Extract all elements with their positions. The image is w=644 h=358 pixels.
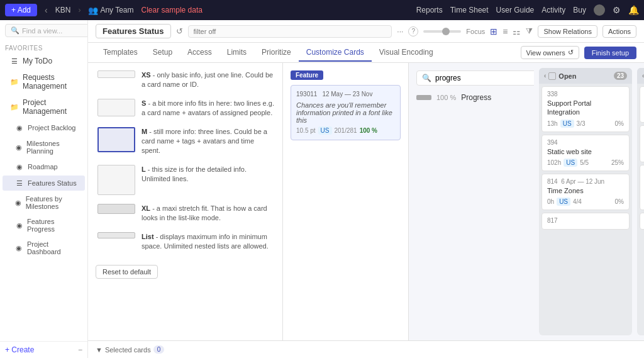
view-options-icon[interactable]: ⚏ xyxy=(513,26,521,36)
sidebar-item-featuresmilestones[interactable]: ◉ Features by Milestones xyxy=(3,192,85,213)
col-count: 23 xyxy=(614,72,627,80)
sidebar-item-requests[interactable]: 📁 Requests Management xyxy=(3,70,85,94)
search-box[interactable]: 🔍 ✕ xyxy=(416,70,534,86)
view-grid-icon[interactable]: ⊞ xyxy=(490,26,497,36)
progress-pct-label: 100 % xyxy=(436,94,456,101)
col-checkbox[interactable] xyxy=(548,72,556,80)
size-xs-desc: XS - only basic info, just one line. Cou… xyxy=(142,70,275,90)
kanban-card[interactable]: 840 26 Jun — 10 May xyxy=(640,213,644,230)
selected-cards-label: Selected cards xyxy=(105,346,151,354)
activity-link[interactable]: Activity xyxy=(541,6,565,14)
featuresstatus-label: Features Status xyxy=(28,179,77,187)
size-m-desc: M - still more info: three lines. Could … xyxy=(142,127,275,156)
userguide-link[interactable]: User Guide xyxy=(496,6,535,14)
card-pct: 25% xyxy=(611,159,624,166)
sidebar-item-projectmgmt[interactable]: 📁 Project Management xyxy=(3,95,85,119)
buy-link[interactable]: Buy xyxy=(573,6,586,14)
col-cards-planned: 384Web Site prototype 105h US 4/8 95% 45… xyxy=(637,84,644,335)
help-icon[interactable]: ? xyxy=(408,26,418,36)
board-column-open: ‹ Open 23 338Support Portal Integration … xyxy=(539,68,632,335)
nav-back-arrow[interactable]: ‹ xyxy=(45,5,48,15)
size-option-s[interactable]: S - a bit more info fits in here: two li… xyxy=(96,99,275,118)
tab-prioritize[interactable]: Prioritize xyxy=(254,44,299,62)
kanban-card[interactable]: 814 6 Apr — 12 JunTime Zones 0h US 4/4 0… xyxy=(541,174,630,210)
timesheet-link[interactable]: Time Sheet xyxy=(450,6,489,14)
sidebar-item-roadmap[interactable]: ◉ Roadmap xyxy=(3,159,85,174)
card-us-badge: US xyxy=(557,198,570,206)
card-preview-panel: Feature 193011 12 May — 23 Nov Chances a… xyxy=(283,63,409,340)
kanban-card[interactable]: 338Support Portal Integration 13h US 3/3… xyxy=(541,86,630,132)
refresh-icon[interactable]: ↺ xyxy=(176,26,183,36)
filter-input[interactable] xyxy=(188,25,392,38)
preview-pct: 100 % xyxy=(360,127,377,134)
tab-access[interactable]: Access xyxy=(180,44,219,62)
col-header-planned: ‹ Planned 4 xyxy=(637,68,644,84)
collapse-button[interactable]: − xyxy=(78,345,82,354)
field-result-progress[interactable]: 100 % Progress xyxy=(416,91,526,104)
featuresprogress-icon: ◉ xyxy=(15,221,23,230)
actions-button[interactable]: Actions xyxy=(602,25,636,38)
focus-label: Focus xyxy=(466,28,485,35)
notifications-icon[interactable]: 🔔 xyxy=(628,5,639,15)
tab-limits[interactable]: Limits xyxy=(219,44,254,62)
board-area: ‹ Open 23 338Support Portal Integration … xyxy=(534,63,644,340)
settings-icon[interactable]: ⚙ xyxy=(613,5,621,15)
tab-templates[interactable]: Templates xyxy=(96,44,145,62)
size-option-m[interactable]: M - still more info: three lines. Could … xyxy=(96,127,275,156)
sidebar-item-backlog[interactable]: ◉ Project Backlog xyxy=(3,120,85,135)
size-list-desc: List - displays maximum info in minimum … xyxy=(142,232,275,252)
card-pct: 0% xyxy=(615,120,624,127)
size-option-l[interactable]: L - this size is for the detailed info. … xyxy=(96,165,275,195)
clear-sample-button[interactable]: Clear sample data xyxy=(142,6,203,14)
view-title[interactable]: Features Status xyxy=(96,24,171,38)
sidebar-item-featuresprogress[interactable]: ◉ Features Progress xyxy=(3,215,85,236)
zoom-slider[interactable] xyxy=(423,30,461,33)
card-num: 394 xyxy=(547,139,624,146)
kanban-card[interactable]: 394Static web site 102h US 5/5 25% xyxy=(541,135,630,171)
sidebar-item-featuresstatus[interactable]: ☰ Features Status xyxy=(3,176,85,191)
reports-link[interactable]: Reports xyxy=(416,6,443,14)
col-arrow-left[interactable]: ‹ xyxy=(544,72,546,79)
size-option-xl[interactable]: XL - a maxi stretch fit. That is how a c… xyxy=(96,204,275,223)
kanban-card[interactable]: 457Blogs integration 40h US 3/3 0% xyxy=(640,125,644,162)
selected-cards-count: 0 xyxy=(153,345,165,354)
card-num: 817 xyxy=(547,217,624,224)
kanban-card[interactable]: 384Web Site prototype 105h US 4/8 95% xyxy=(640,86,644,123)
sidebar-item-dashboard[interactable]: ◉ Project Dashboard xyxy=(3,237,85,259)
kanban-card[interactable]: 816 23 Apr — 7 AugMore entities on Board… xyxy=(640,165,644,211)
view-list-icon[interactable]: ≡ xyxy=(502,26,508,36)
preview-card-text: Chances are you'll remember information … xyxy=(296,101,395,124)
view-owners-button[interactable]: View owners ↺ xyxy=(521,46,579,59)
sidebar-item-milestones[interactable]: ◉ Milestones Planning xyxy=(3,137,85,158)
preview-card-id: 193011 xyxy=(296,91,317,98)
size-option-list[interactable]: List - displays maximum info in minimum … xyxy=(96,232,275,252)
selected-cards-toggle[interactable]: ▼ Selected cards 0 xyxy=(96,345,164,354)
main-area: Features Status ↺ ··· ? Focus ⊞ ≡ ⚏ ⧩ Sh… xyxy=(88,20,644,358)
nav-team[interactable]: 👥 Any Team xyxy=(88,6,133,15)
chevron-down-icon: ▼ xyxy=(96,346,103,354)
nav-kbn[interactable]: KBN xyxy=(55,6,71,14)
search-field-input[interactable] xyxy=(435,74,534,82)
size-s-desc: S - a bit more info fits in here: two li… xyxy=(142,99,275,118)
size-option-xs[interactable]: XS - only basic info, just one line. Cou… xyxy=(96,70,275,90)
show-relations-button[interactable]: Show Relations xyxy=(538,25,597,38)
tab-setup[interactable]: Setup xyxy=(145,44,180,62)
projectmgmt-label: Project Management xyxy=(23,98,80,116)
add-button[interactable]: + Add xyxy=(5,4,37,16)
find-view-search[interactable]: 🔍 Find a view... xyxy=(5,24,88,37)
size-xl-desc: XL - a maxi stretch fit. That is how a c… xyxy=(142,204,275,223)
card-num: 338 xyxy=(547,91,624,98)
tab-visual-encoding[interactable]: Visual Encoding xyxy=(372,44,441,62)
tab-customize-cards[interactable]: Customize Cards xyxy=(299,44,372,62)
reset-to-default-button[interactable]: Reset to default xyxy=(96,265,158,279)
finish-setup-button[interactable]: Finish setup xyxy=(584,47,636,59)
more-options-icon[interactable]: ··· xyxy=(397,27,403,36)
kanban-card[interactable]: 817 xyxy=(541,213,630,230)
board-columns: ‹ Open 23 338Support Portal Integration … xyxy=(534,63,644,340)
search-icon2: 🔍 xyxy=(422,74,431,82)
filter-icon[interactable]: ⧩ xyxy=(526,26,533,36)
user-avatar[interactable] xyxy=(594,4,605,16)
sidebar-item-mytodo[interactable]: ☰ My ToDo xyxy=(3,53,85,69)
card-time: 102h xyxy=(547,159,561,166)
create-button[interactable]: + Create xyxy=(5,345,34,354)
